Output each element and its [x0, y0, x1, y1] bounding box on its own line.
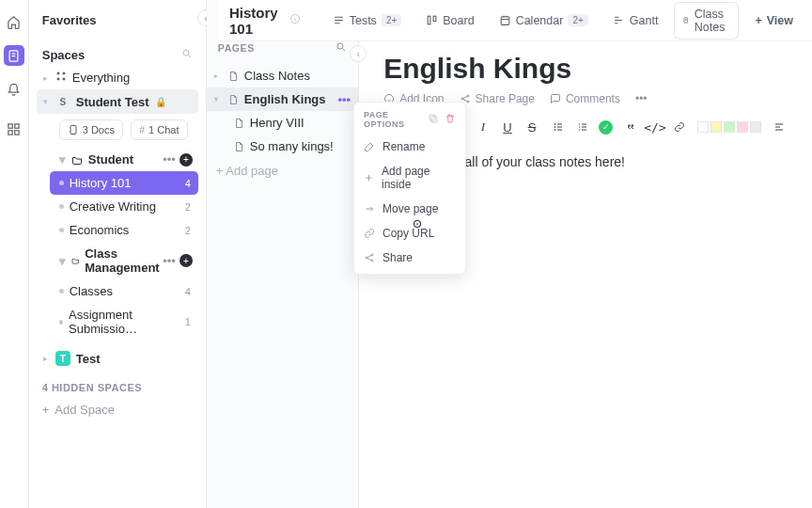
- search-icon[interactable]: [181, 48, 193, 62]
- svg-point-22: [554, 127, 555, 128]
- add-page-button[interactable]: + Add page: [207, 158, 358, 183]
- code-button[interactable]: </>: [647, 119, 664, 135]
- doc-title[interactable]: English Kings: [383, 53, 788, 85]
- svg-rect-24: [431, 117, 437, 122]
- popover-add-page-inside[interactable]: Add page inside: [354, 159, 465, 197]
- list-creative-writing[interactable]: Creative Writing2: [50, 195, 198, 218]
- view-board[interactable]: Board: [418, 9, 481, 32]
- favorites-heading[interactable]: Favorites: [37, 9, 198, 31]
- add-space-button[interactable]: +Add Space: [37, 397, 198, 422]
- page-class-notes[interactable]: ▸Class Notes: [207, 64, 358, 87]
- add-list-icon[interactable]: +: [180, 254, 193, 267]
- color-swatches: [697, 121, 761, 133]
- italic-button[interactable]: I: [475, 119, 492, 135]
- svg-point-16: [337, 43, 343, 49]
- view-tabs-bar: History 101 Tests2+ Board Calendar2+ Gan…: [218, 0, 812, 41]
- add-list-icon[interactable]: +: [180, 153, 193, 167]
- swatch-grey[interactable]: [750, 121, 761, 133]
- checklist-button[interactable]: ✓: [599, 120, 613, 135]
- list-classes[interactable]: Classes4: [50, 279, 198, 303]
- svg-point-7: [63, 72, 65, 74]
- svg-point-27: [371, 254, 373, 256]
- svg-point-21: [554, 124, 555, 125]
- folder-student[interactable]: ▾Student •••+: [50, 148, 198, 171]
- more-icon[interactable]: •••: [163, 254, 176, 268]
- more-icon[interactable]: •••: [635, 92, 648, 105]
- rail-home-icon[interactable]: [4, 11, 24, 32]
- more-icon[interactable]: •••: [338, 92, 351, 106]
- popover-move-page[interactable]: Move page: [354, 197, 465, 221]
- svg-rect-10: [70, 126, 76, 135]
- view-calendar[interactable]: Calendar2+: [492, 9, 596, 32]
- numbered-list-button[interactable]: [574, 119, 591, 135]
- align-button[interactable]: [771, 119, 788, 135]
- rail-bell-icon[interactable]: [4, 79, 24, 100]
- quote-button[interactable]: [622, 119, 639, 135]
- list-assignment-submissions[interactable]: Assignment Submissio…1: [50, 303, 198, 341]
- popover-share[interactable]: Share: [354, 246, 465, 270]
- swatch-green[interactable]: [724, 121, 735, 133]
- folder-class-management[interactable]: ▾Class Management •••+: [50, 242, 198, 279]
- svg-point-5: [183, 50, 189, 56]
- rail-apps-icon[interactable]: [4, 119, 24, 139]
- page-english-kings[interactable]: ▾English Kings•••: [207, 87, 358, 111]
- svg-point-8: [57, 78, 59, 80]
- view-tests[interactable]: Tests2+: [325, 9, 410, 32]
- svg-point-18: [461, 98, 463, 100]
- pages-heading: PAGES: [218, 42, 255, 54]
- search-pages-icon[interactable]: [336, 41, 347, 55]
- svg-point-19: [467, 95, 469, 97]
- view-gantt[interactable]: Gantt: [605, 9, 666, 32]
- grid-icon: [55, 71, 67, 85]
- link-button[interactable]: [671, 119, 688, 135]
- pages-panel: PAGES ‹ ▸Class Notes ▾English Kings••• H…: [207, 0, 359, 508]
- docs-chip[interactable]: 3 Docs: [59, 119, 123, 140]
- add-view-button[interactable]: +View: [747, 9, 801, 32]
- sidebar-space-student-test[interactable]: ▾ S Student Test 🔒: [37, 89, 198, 114]
- svg-point-28: [371, 260, 373, 262]
- svg-rect-2: [15, 123, 19, 127]
- svg-point-26: [366, 257, 367, 259]
- duplicate-icon[interactable]: [428, 113, 439, 126]
- svg-rect-3: [8, 130, 12, 134]
- swatch-pink[interactable]: [737, 121, 748, 133]
- hidden-spaces-label[interactable]: 4 HIDDEN SPACES: [37, 371, 198, 397]
- space-avatar: T: [55, 351, 70, 366]
- spaces-heading: Spaces: [37, 44, 198, 66]
- swatch-white[interactable]: [697, 121, 709, 133]
- share-page-button[interactable]: Share Page: [460, 92, 535, 105]
- page-so-many-kings[interactable]: So many kings!: [207, 135, 358, 158]
- svg-point-20: [467, 101, 469, 103]
- popover-heading: PAGE OPTIONS: [364, 110, 428, 129]
- page-henry-viii[interactable]: Henry VIII: [207, 111, 358, 135]
- more-icon[interactable]: •••: [163, 152, 176, 167]
- comments-button[interactable]: Comments: [550, 92, 620, 105]
- popover-copy-url[interactable]: Copy URL: [354, 221, 465, 246]
- chat-chip[interactable]: #1 Chat: [131, 119, 188, 140]
- svg-rect-14: [501, 17, 509, 25]
- svg-rect-12: [428, 16, 430, 24]
- page-options-popover: PAGE OPTIONS Rename Add page inside Move…: [353, 102, 466, 275]
- bullet-list-button[interactable]: [550, 119, 567, 135]
- list-history-101[interactable]: History 1014: [50, 171, 198, 195]
- svg-point-23: [554, 130, 555, 131]
- lock-icon: 🔒: [155, 97, 166, 107]
- app-rail: [0, 0, 29, 508]
- underline-button[interactable]: U: [499, 119, 516, 135]
- sidebar-everything[interactable]: ▸ Everything: [37, 66, 198, 89]
- info-icon[interactable]: [289, 13, 301, 27]
- list-economics[interactable]: Economics2: [50, 218, 198, 242]
- svg-rect-1: [8, 123, 12, 127]
- rail-docs-icon[interactable]: [4, 45, 24, 66]
- popover-rename[interactable]: Rename: [354, 135, 465, 159]
- svg-rect-13: [433, 16, 436, 21]
- svg-rect-4: [15, 130, 19, 134]
- sidebar-space-test[interactable]: ▸ T Test: [37, 346, 198, 371]
- strike-button[interactable]: S: [523, 119, 540, 135]
- svg-point-6: [57, 72, 59, 74]
- svg-rect-25: [429, 115, 435, 120]
- swatch-yellow[interactable]: [710, 121, 722, 133]
- view-class-notes[interactable]: Class Notes: [675, 3, 738, 39]
- space-chips: 3 Docs #1 Chat: [37, 114, 198, 148]
- trash-icon[interactable]: [445, 113, 456, 126]
